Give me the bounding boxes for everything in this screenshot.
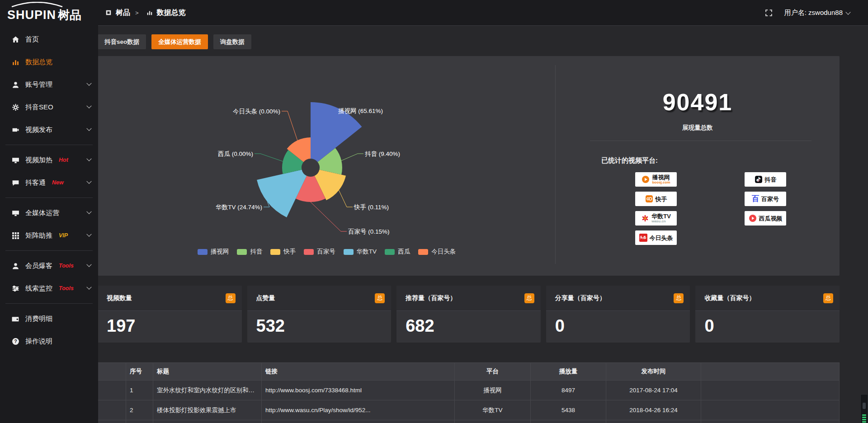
cell-url-link[interactable]: http://www.wasu.cn/Play/show/id/952... xyxy=(262,400,455,420)
kuaishou-icon xyxy=(645,195,653,203)
legend-swatch xyxy=(304,249,314,255)
sidebar-item-home[interactable]: 首页 xyxy=(0,28,98,51)
total-badge[interactable]: 总 xyxy=(674,293,684,303)
legend-item[interactable]: 百家号 xyxy=(304,248,335,256)
sidebar-item-omnimedia[interactable]: 全媒体运营 xyxy=(0,202,98,224)
table-header-row: 序号 标题 链接 平台 播放量 发布时间 xyxy=(98,363,840,381)
horizontal-divider xyxy=(590,141,811,141)
sidebar-item-data-overview[interactable]: 数据总览 xyxy=(0,51,98,73)
pie-label: 百家号 (0.15%) xyxy=(348,228,390,235)
tab-douyin-seo-data[interactable]: 抖音seo数据 xyxy=(98,34,146,49)
tools-badge: Tools xyxy=(59,263,74,269)
chevron-down-icon xyxy=(86,262,91,267)
username-menu[interactable]: 用户名: zswodun88 xyxy=(784,9,850,17)
legend-swatch xyxy=(270,249,280,255)
chevron-down-icon xyxy=(86,285,91,290)
total-badge[interactable]: 总 xyxy=(226,293,236,303)
tab-omnimedia-data[interactable]: 全媒体运营数据 xyxy=(151,34,208,49)
platform-name: 百家号 xyxy=(761,196,779,202)
wasu-icon xyxy=(641,214,649,222)
col-publish-time: 发布时间 xyxy=(606,363,701,381)
stat-card-video-count: 视频数量 总 197 xyxy=(98,286,242,343)
card-title: 分享量（百家号） xyxy=(555,294,674,302)
levels-widget[interactable] xyxy=(860,394,868,423)
sidebar-divider xyxy=(5,197,93,198)
app-logo[interactable]: SHUPIN 树品 xyxy=(0,0,98,25)
sidebar-item-member-leads[interactable]: 会员爆客 Tools xyxy=(0,254,98,277)
sidebar-item-label: 首页 xyxy=(25,35,39,44)
card-value: 197 xyxy=(98,311,242,336)
card-value: 682 xyxy=(396,311,541,336)
baijiahao-icon: 百 xyxy=(752,195,759,202)
sidebar-item-label: 账号管理 xyxy=(25,80,52,89)
cell-time: 2018-04-26 16:24 xyxy=(606,400,701,420)
pie-label: 华数TV (24.74%) xyxy=(216,204,262,211)
sidebar-item-label: 会员爆客 xyxy=(25,262,52,270)
pie-label-line xyxy=(341,154,363,160)
sidebar-item-douyin-seo[interactable]: 抖音SEO xyxy=(0,96,98,118)
stat-card-shares: 分享量（百家号） 总 0 xyxy=(546,286,690,343)
new-badge: New xyxy=(52,179,64,186)
sidebar-item-spend-details[interactable]: 消费明细 xyxy=(0,307,98,330)
breadcrumb-root[interactable]: 树品 xyxy=(116,8,130,18)
cell-title-link[interactable]: 室外水纹灯和室内水纹灯的区别和简介 xyxy=(153,381,262,400)
app-icon xyxy=(105,9,112,16)
platform-name: 华数TV xyxy=(651,213,671,219)
sidebar-item-video-publish[interactable]: 视频发布 xyxy=(0,118,98,141)
sidebar-item-label: 矩阵助推 xyxy=(25,231,52,240)
legend-item[interactable]: 抖音 xyxy=(237,248,262,256)
douyin-icon xyxy=(755,175,763,183)
logo-text-cn: 树品 xyxy=(58,7,81,23)
cell-empty xyxy=(701,400,840,420)
sidebar-item-accounts[interactable]: 账号管理 xyxy=(0,73,98,96)
pie-label: 抖音 (9.40%) xyxy=(365,150,400,157)
platform-badge-baijiahao: 百 百家号 xyxy=(745,192,786,206)
sidebar-item-label: 抖客通 xyxy=(25,179,46,187)
platform-sub: boosj.com xyxy=(652,180,670,184)
cell-url-link[interactable]: http://www.boosj.com/7338468.html xyxy=(262,381,455,400)
col-link: 链接 xyxy=(262,363,455,381)
cell-index: 2 xyxy=(126,400,153,420)
chevron-down-icon xyxy=(845,9,850,14)
legend-item[interactable]: 今日头条 xyxy=(418,248,456,256)
legend-item[interactable]: 播视网 xyxy=(198,248,229,256)
legend-item[interactable]: 华数TV xyxy=(344,248,377,256)
chevron-down-icon xyxy=(86,156,91,161)
sidebar-item-help[interactable]: 操作说明 xyxy=(0,330,98,352)
stat-card-likes: 点赞量 总 532 xyxy=(247,286,392,343)
pie-label: 快手 (0.11%) xyxy=(354,204,389,211)
col-plays: 播放量 xyxy=(531,363,606,381)
tab-inquiry-data[interactable]: 询盘数据 xyxy=(213,34,251,49)
pie-label-line xyxy=(311,202,347,231)
topbar-divider xyxy=(98,25,868,26)
total-badge[interactable]: 总 xyxy=(524,293,534,303)
platform-name: 今日头条 xyxy=(650,235,673,241)
chart-panel: 播视网 (65.61%)抖音 (9.40%)快手 (0.11%)百家号 (0.1… xyxy=(98,56,840,276)
fullscreen-icon[interactable] xyxy=(765,9,773,17)
cell-title-link[interactable]: 楼体投影灯投影效果震撼上市 xyxy=(153,400,262,420)
legend-swatch xyxy=(418,249,428,255)
sidebar-divider xyxy=(5,303,93,304)
tools-badge: Tools xyxy=(59,285,74,291)
main-content: 抖音seo数据 全媒体运营数据 询盘数据 播视网 (65.61%)抖音 (9.4… xyxy=(98,26,868,423)
total-badge[interactable]: 总 xyxy=(375,293,385,303)
sidebar-item-matrix-boost[interactable]: 矩阵助推 VIP xyxy=(0,224,98,247)
legend-item[interactable]: 西瓜 xyxy=(385,248,410,256)
sidebar-item-label: 全媒体运营 xyxy=(25,209,59,217)
sidebar-item-clue-monitor[interactable]: 线索监控 Tools xyxy=(0,277,98,300)
sidebar: SHUPIN 树品 首页 数据总览 账号管理 抖音SEO 视频发布 xyxy=(0,0,98,423)
sidebar-menu: 首页 数据总览 账号管理 抖音SEO 视频发布 视频加热 Hot xyxy=(0,25,98,352)
col-title: 标题 xyxy=(153,363,262,381)
sidebar-divider xyxy=(5,145,93,145)
vip-badge: VIP xyxy=(59,232,68,239)
legend-swatch xyxy=(344,249,354,255)
username-label: 用户名: zswodun88 xyxy=(784,9,843,17)
legend-item[interactable]: 快手 xyxy=(270,248,296,256)
legend-label: 快手 xyxy=(283,248,296,256)
sidebar-item-doukedong[interactable]: 抖客通 New xyxy=(0,171,98,194)
platform-badge-douyin: 抖音 xyxy=(745,172,786,187)
user-icon xyxy=(12,81,19,89)
sidebar-item-video-heat[interactable]: 视频加热 Hot xyxy=(0,149,98,171)
total-badge[interactable]: 总 xyxy=(823,293,833,303)
card-title: 推荐量（百家号） xyxy=(406,294,524,302)
